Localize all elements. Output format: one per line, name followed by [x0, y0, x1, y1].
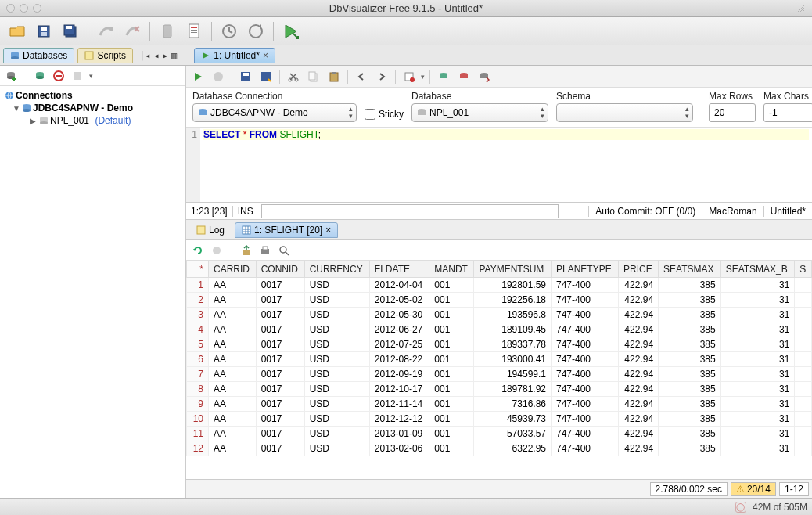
- cell[interactable]: 193000.41: [474, 352, 552, 367]
- filter-button[interactable]: [70, 69, 84, 83]
- cell[interactable]: 31: [720, 382, 795, 397]
- cell[interactable]: 422.94: [619, 382, 659, 397]
- cell[interactable]: AA: [209, 308, 257, 322]
- cell[interactable]: 31: [720, 412, 795, 427]
- cell[interactable]: [795, 337, 812, 352]
- paste-button[interactable]: [325, 68, 343, 85]
- export-button[interactable]: [239, 243, 253, 258]
- cell[interactable]: [795, 278, 812, 293]
- warning-badge[interactable]: 20/14: [731, 482, 776, 496]
- save-button[interactable]: [33, 20, 55, 42]
- print-button[interactable]: [258, 243, 272, 258]
- cell[interactable]: [795, 293, 812, 308]
- cell[interactable]: USD: [304, 352, 369, 367]
- cell[interactable]: USD: [304, 412, 369, 427]
- cell[interactable]: 747-400: [552, 308, 619, 322]
- cell[interactable]: 385: [659, 382, 721, 397]
- cell[interactable]: AA: [209, 397, 257, 412]
- sticky-checkbox-input[interactable]: [365, 109, 375, 120]
- cell[interactable]: 192256.18: [474, 293, 552, 308]
- cell[interactable]: 422.94: [619, 427, 659, 441]
- bookmark-dropdown-icon[interactable]: ▾: [421, 73, 425, 81]
- add-connection-button[interactable]: [5, 69, 19, 83]
- tree-root[interactable]: Connections: [2, 89, 184, 102]
- cell[interactable]: [795, 441, 812, 456]
- stop-grid-button[interactable]: [210, 243, 224, 258]
- cell[interactable]: 385: [659, 322, 721, 337]
- cell[interactable]: 189781.92: [474, 382, 552, 397]
- cell[interactable]: 747-400: [552, 412, 619, 427]
- connect-button[interactable]: [95, 20, 117, 42]
- cell[interactable]: 2012-06-27: [369, 322, 429, 337]
- cell[interactable]: 385: [659, 352, 721, 367]
- save-as-button[interactable]: [257, 68, 275, 85]
- table-row[interactable]: 1AA0017USD2012-04-04001192801.59747-4004…: [187, 278, 812, 293]
- cell[interactable]: AA: [209, 337, 257, 352]
- table-row[interactable]: 11AA0017USD2013-01-0900157033.57747-4004…: [187, 427, 812, 441]
- filter-dropdown-icon[interactable]: ▾: [89, 72, 93, 80]
- nav-next-icon[interactable]: ▸: [163, 50, 168, 61]
- table-row[interactable]: 3AA0017USD2012-05-30001193596.8747-40042…: [187, 308, 812, 322]
- cell[interactable]: 0017: [256, 441, 304, 456]
- expand-icon[interactable]: ▼: [13, 104, 20, 113]
- cell[interactable]: 2012-07-25: [369, 337, 429, 352]
- cell[interactable]: 2012-05-02: [369, 293, 429, 308]
- column-header[interactable]: PRICE: [619, 261, 659, 278]
- cell[interactable]: 31: [720, 308, 795, 322]
- cell[interactable]: 422.94: [619, 441, 659, 456]
- cell[interactable]: 385: [659, 397, 721, 412]
- cell[interactable]: 2012-11-14: [369, 397, 429, 412]
- cell[interactable]: USD: [304, 322, 369, 337]
- cell[interactable]: 0017: [256, 308, 304, 322]
- cell[interactable]: 001: [429, 337, 474, 352]
- cell[interactable]: 747-400: [552, 337, 619, 352]
- table-row[interactable]: 9AA0017USD2012-11-140017316.86747-400422…: [187, 397, 812, 412]
- cell[interactable]: 001: [429, 397, 474, 412]
- tab-editor-close-icon[interactable]: ×: [263, 50, 268, 61]
- cell[interactable]: 001: [429, 308, 474, 322]
- cell[interactable]: 189109.45: [474, 322, 552, 337]
- column-header[interactable]: PAYMENTSUM: [474, 261, 552, 278]
- commit-button[interactable]: [435, 68, 452, 85]
- cell[interactable]: 0017: [256, 367, 304, 382]
- cell[interactable]: AA: [209, 412, 257, 427]
- column-header[interactable]: FLDATE: [369, 261, 429, 278]
- execute-button[interactable]: [189, 68, 207, 85]
- nav-first-icon[interactable]: |◂: [139, 50, 150, 61]
- open-file-button[interactable]: [6, 20, 28, 42]
- column-header[interactable]: CARRID: [209, 261, 257, 278]
- connection-tree[interactable]: Connections ▼ JDBC4SAPNW - Demo ▶ NPL_00…: [0, 86, 185, 498]
- cell[interactable]: 747-400: [552, 397, 619, 412]
- cell[interactable]: 747-400: [552, 352, 619, 367]
- stop-all-button[interactable]: ◯: [735, 502, 746, 513]
- db-connection-select[interactable]: JDBC4SAPNW - Demo ▴▾: [192, 103, 357, 122]
- cell[interactable]: 385: [659, 367, 721, 382]
- result-grid[interactable]: *CARRIDCONNIDCURRENCYFLDATEMANDTPAYMENTS…: [186, 261, 812, 479]
- cell[interactable]: [795, 367, 812, 382]
- save-sql-button[interactable]: [237, 68, 254, 85]
- cell[interactable]: 31: [720, 367, 795, 382]
- goto-input[interactable]: [261, 204, 559, 218]
- cell[interactable]: 747-400: [552, 278, 619, 293]
- database-select[interactable]: NPL_001 ▴▾: [411, 103, 548, 122]
- cell[interactable]: USD: [304, 337, 369, 352]
- cell[interactable]: 747-400: [552, 293, 619, 308]
- cell[interactable]: AA: [209, 382, 257, 397]
- cell[interactable]: 001: [429, 293, 474, 308]
- tab-editor[interactable]: 1: Untitled* ×: [194, 48, 275, 63]
- resize-grip-icon[interactable]: [796, 4, 806, 13]
- history-forward-button[interactable]: [245, 20, 267, 42]
- tab-databases[interactable]: Databases: [3, 48, 74, 63]
- max-chars-input[interactable]: [763, 103, 812, 122]
- sql-editor[interactable]: 1 SELECT * FROM SFLIGHT;: [186, 128, 812, 203]
- cell[interactable]: 001: [429, 427, 474, 441]
- cell[interactable]: 0017: [256, 337, 304, 352]
- cell[interactable]: 001: [429, 367, 474, 382]
- cell[interactable]: 194599.1: [474, 367, 552, 382]
- table-row[interactable]: 10AA0017USD2012-12-1200145939.73747-4004…: [187, 412, 812, 427]
- cell[interactable]: AA: [209, 278, 257, 293]
- column-header-rownum[interactable]: *: [187, 261, 209, 278]
- tree-connection[interactable]: ▼ JDBC4SAPNW - Demo: [2, 102, 184, 114]
- cell[interactable]: 385: [659, 427, 721, 441]
- cell[interactable]: 001: [429, 382, 474, 397]
